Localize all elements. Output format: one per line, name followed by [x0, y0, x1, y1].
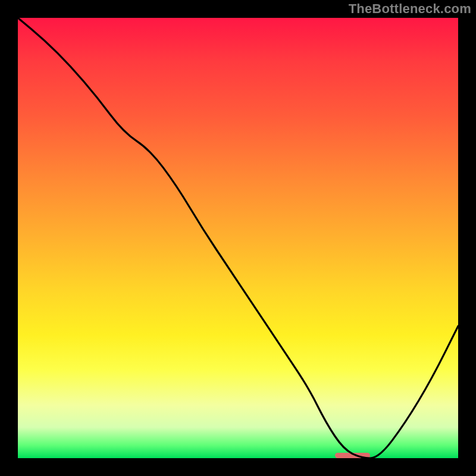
chart-frame: TheBottleneck.com: [0, 0, 476, 476]
watermark-text: TheBottleneck.com: [349, 1, 471, 17]
plot-area: [18, 18, 458, 458]
bottleneck-curve: [18, 18, 458, 458]
